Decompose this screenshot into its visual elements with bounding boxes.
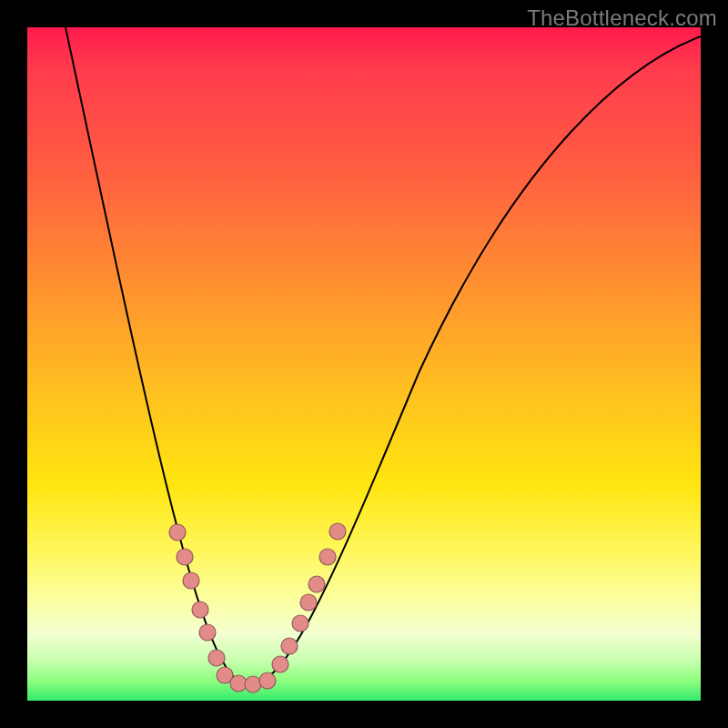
curve-dot (208, 650, 225, 666)
curve-dot (329, 523, 346, 540)
curve-dot (199, 624, 216, 641)
bottleneck-curve (66, 27, 701, 684)
curve-layer (27, 27, 701, 701)
curve-dot (230, 675, 247, 692)
curve-dot (245, 676, 261, 693)
curve-dot (308, 576, 325, 592)
curve-dot (292, 615, 308, 632)
curve-dot (319, 549, 336, 565)
curve-dot (281, 638, 298, 654)
curve-dot (192, 602, 208, 618)
curve-dot (183, 572, 199, 589)
curve-dots (169, 523, 346, 693)
plot-area (27, 27, 701, 701)
curve-dot (259, 672, 276, 689)
watermark-text: TheBottleneck.com (527, 5, 717, 31)
curve-dot (300, 594, 317, 611)
chart-frame: TheBottleneck.com (0, 0, 728, 728)
curve-dot (272, 656, 288, 672)
curve-dot (177, 549, 193, 565)
curve-dot (169, 524, 186, 541)
